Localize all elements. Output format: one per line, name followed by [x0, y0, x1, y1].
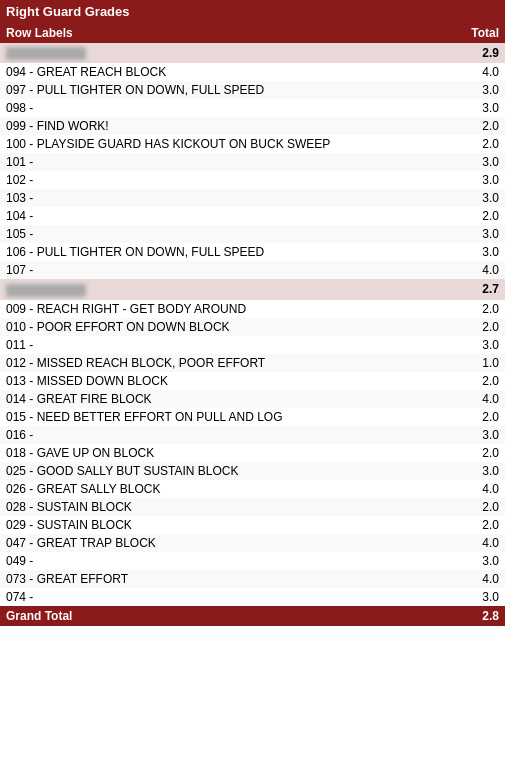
row-value: 3.0 — [459, 428, 499, 442]
row-label: 011 - — [6, 338, 459, 352]
row-label: 013 - MISSED DOWN BLOCK — [6, 374, 459, 388]
row-value: 2.0 — [459, 500, 499, 514]
row-label: 047 - GREAT TRAP BLOCK — [6, 536, 459, 550]
row-label: 014 - GREAT FIRE BLOCK — [6, 392, 459, 406]
row-label: 099 - FIND WORK! — [6, 119, 459, 133]
grand-total-row: Grand Total 2.8 — [0, 606, 505, 626]
row-label: 028 - SUSTAIN BLOCK — [6, 500, 459, 514]
table-row: 106 - PULL TIGHTER ON DOWN, FULL SPEED 3… — [0, 243, 505, 261]
row-value: 4.0 — [459, 482, 499, 496]
grand-total-value: 2.8 — [482, 609, 499, 623]
row-value: 2.0 — [459, 119, 499, 133]
row-label: 029 - SUSTAIN BLOCK — [6, 518, 459, 532]
row-value: 3.0 — [459, 83, 499, 97]
table-row: 025 - GOOD SALLY BUT SUSTAIN BLOCK 3.0 — [0, 462, 505, 480]
row-value: 3.0 — [459, 191, 499, 205]
table-row: 016 - 3.0 — [0, 426, 505, 444]
row-value: 3.0 — [459, 338, 499, 352]
table-row: 013 - MISSED DOWN BLOCK 2.0 — [0, 372, 505, 390]
row-value: 3.0 — [459, 173, 499, 187]
row-label: 074 - — [6, 590, 459, 604]
table-row: 014 - GREAT FIRE BLOCK 4.0 — [0, 390, 505, 408]
group-name-blurred-0 — [6, 46, 459, 60]
row-value: 3.0 — [459, 464, 499, 478]
row-value: 2.0 — [459, 302, 499, 316]
row-label: 100 - PLAYSIDE GUARD HAS KICKOUT ON BUCK… — [6, 137, 459, 151]
row-label: 012 - MISSED REACH BLOCK, POOR EFFORT — [6, 356, 459, 370]
group-total-1: 2.7 — [459, 282, 499, 296]
table-row: 047 - GREAT TRAP BLOCK 4.0 — [0, 534, 505, 552]
table-row: 103 - 3.0 — [0, 189, 505, 207]
row-value: 4.0 — [459, 65, 499, 79]
row-label: 103 - — [6, 191, 459, 205]
row-label: 101 - — [6, 155, 459, 169]
table-row: 026 - GREAT SALLY BLOCK 4.0 — [0, 480, 505, 498]
row-label: 104 - — [6, 209, 459, 223]
table-row: 104 - 2.0 — [0, 207, 505, 225]
row-label: 015 - NEED BETTER EFFORT ON PULL AND LOG — [6, 410, 459, 424]
row-value: 2.0 — [459, 374, 499, 388]
table-row: 105 - 3.0 — [0, 225, 505, 243]
table-row: 012 - MISSED REACH BLOCK, POOR EFFORT 1.… — [0, 354, 505, 372]
row-value: 3.0 — [459, 590, 499, 604]
title-bar: Right Guard Grades — [0, 0, 505, 23]
row-label: 016 - — [6, 428, 459, 442]
table-row: 102 - 3.0 — [0, 171, 505, 189]
group-header-0: 2.9 — [0, 43, 505, 63]
table-row: 098 - 3.0 — [0, 99, 505, 117]
group-header-1: 2.7 — [0, 279, 505, 299]
row-label: 106 - PULL TIGHTER ON DOWN, FULL SPEED — [6, 245, 459, 259]
row-label: 073 - GREAT EFFORT — [6, 572, 459, 586]
table-row: 015 - NEED BETTER EFFORT ON PULL AND LOG… — [0, 408, 505, 426]
main-container: Right Guard Grades Row Labels Total 2.9 … — [0, 0, 505, 626]
group-name-blurred-1 — [6, 282, 459, 296]
row-value: 4.0 — [459, 263, 499, 277]
group-total-0: 2.9 — [459, 46, 499, 60]
table-header: Row Labels Total — [0, 23, 505, 43]
row-label: 097 - PULL TIGHTER ON DOWN, FULL SPEED — [6, 83, 459, 97]
table-row: 099 - FIND WORK! 2.0 — [0, 117, 505, 135]
table-row: 010 - POOR EFFORT ON DOWN BLOCK 2.0 — [0, 318, 505, 336]
row-label: 105 - — [6, 227, 459, 241]
row-value: 3.0 — [459, 227, 499, 241]
row-label: 018 - GAVE UP ON BLOCK — [6, 446, 459, 460]
row-label: 009 - REACH RIGHT - GET BODY AROUND — [6, 302, 459, 316]
row-value: 1.0 — [459, 356, 499, 370]
row-label: 049 - — [6, 554, 459, 568]
row-value: 3.0 — [459, 245, 499, 259]
table-row: 018 - GAVE UP ON BLOCK 2.0 — [0, 444, 505, 462]
row-value: 2.0 — [459, 518, 499, 532]
table-row: 107 - 4.0 — [0, 261, 505, 279]
table-row: 073 - GREAT EFFORT 4.0 — [0, 570, 505, 588]
row-value: 3.0 — [459, 554, 499, 568]
table-row: 049 - 3.0 — [0, 552, 505, 570]
header-row-labels: Row Labels — [6, 26, 73, 40]
row-value: 2.0 — [459, 410, 499, 424]
grand-total-label: Grand Total — [6, 609, 72, 623]
row-value: 2.0 — [459, 446, 499, 460]
table-row: 101 - 3.0 — [0, 153, 505, 171]
row-label: 010 - POOR EFFORT ON DOWN BLOCK — [6, 320, 459, 334]
row-label: 025 - GOOD SALLY BUT SUSTAIN BLOCK — [6, 464, 459, 478]
row-label: 102 - — [6, 173, 459, 187]
table-row: 097 - PULL TIGHTER ON DOWN, FULL SPEED 3… — [0, 81, 505, 99]
row-value: 2.0 — [459, 320, 499, 334]
table-row: 028 - SUSTAIN BLOCK 2.0 — [0, 498, 505, 516]
row-value: 4.0 — [459, 536, 499, 550]
row-value: 3.0 — [459, 155, 499, 169]
row-label: 094 - GREAT REACH BLOCK — [6, 65, 459, 79]
page-title: Right Guard Grades — [6, 4, 130, 19]
table-row: 100 - PLAYSIDE GUARD HAS KICKOUT ON BUCK… — [0, 135, 505, 153]
table-row: 011 - 3.0 — [0, 336, 505, 354]
row-value: 4.0 — [459, 392, 499, 406]
row-value: 2.0 — [459, 137, 499, 151]
table-row: 074 - 3.0 — [0, 588, 505, 606]
table-row: 094 - GREAT REACH BLOCK 4.0 — [0, 63, 505, 81]
table-row: 009 - REACH RIGHT - GET BODY AROUND 2.0 — [0, 300, 505, 318]
table-row: 029 - SUSTAIN BLOCK 2.0 — [0, 516, 505, 534]
table-body: 2.9 094 - GREAT REACH BLOCK 4.0 097 - PU… — [0, 43, 505, 606]
row-label: 026 - GREAT SALLY BLOCK — [6, 482, 459, 496]
row-value: 2.0 — [459, 209, 499, 223]
row-label: 098 - — [6, 101, 459, 115]
header-total: Total — [471, 26, 499, 40]
